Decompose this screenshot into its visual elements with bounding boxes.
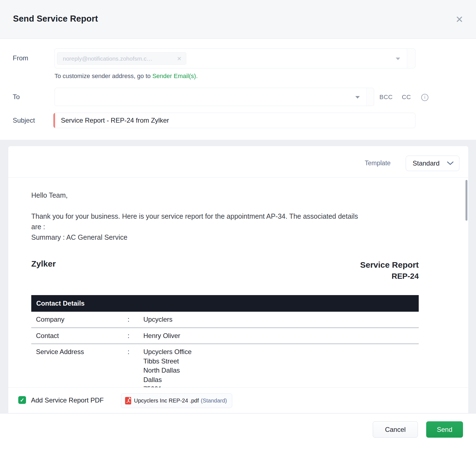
dialog-header: Send Service Report ✕ — [0, 0, 476, 39]
attachment-file-name: Upcyclers Inc REP-24 .pdf — [134, 398, 199, 404]
check-icon: ✓ — [20, 397, 24, 403]
table-row: Company:Upcyclers — [31, 312, 419, 328]
from-field[interactable]: noreply@notifications.zohofsm.c… ✕ — [55, 48, 415, 68]
summary-text: Summary : AC General Service — [31, 232, 419, 242]
helper-prefix: To customize sender address, go to — [55, 73, 152, 79]
report-heading: Zylker Service Report REP-24 — [31, 259, 419, 282]
close-icon[interactable]: ✕ — [453, 13, 465, 25]
from-dropdown-caret-icon[interactable] — [396, 58, 400, 60]
to-field-stub — [366, 88, 374, 106]
template-select[interactable]: Standard — [406, 156, 459, 171]
from-address-chip: noreply@notifications.zohofsm.c… ✕ — [57, 52, 186, 65]
row-value: Upcyclers OfficeTibbs StreetNorth Dallas… — [143, 347, 419, 387]
attachment-row: ✓ Add Service Report PDF Upcyclers Inc R… — [8, 387, 468, 413]
email-body-content: Hello Team, Thank you for your business.… — [8, 178, 419, 387]
dialog-backdrop: Template Standard Hello Team, Thank you … — [0, 140, 476, 413]
email-preview-card: Template Standard Hello Team, Thank you … — [8, 146, 468, 413]
subject-input[interactable] — [60, 114, 409, 127]
bcc-button[interactable]: BCC — [379, 94, 393, 101]
cancel-button[interactable]: Cancel — [373, 421, 418, 438]
to-field[interactable] — [55, 88, 374, 106]
company-name: Zylker — [31, 259, 56, 269]
to-dropdown-caret-icon[interactable] — [355, 96, 360, 99]
row-separator: : — [128, 331, 143, 340]
pdf-icon — [125, 397, 131, 404]
row-label: Contact — [31, 331, 128, 340]
row-value: Upcyclers — [143, 315, 419, 324]
clear-chip-icon[interactable]: ✕ — [177, 55, 182, 62]
attachment-file-tag: (Standard) — [201, 398, 227, 404]
contact-table-rows: Company:UpcyclersContact:Henry OliverSer… — [31, 312, 419, 387]
info-icon[interactable]: i — [421, 94, 428, 101]
paragraph-line: Thank you for your business. Here is you… — [31, 211, 419, 221]
row-value: Henry Oliver — [143, 331, 419, 340]
from-address-value: noreply@notifications.zohofsm.c… — [63, 55, 174, 62]
row-separator: : — [128, 315, 143, 324]
send-button[interactable]: Send — [426, 421, 463, 438]
add-pdf-label: Add Service Report PDF — [31, 396, 104, 404]
subject-required-accent — [53, 113, 55, 128]
table-header: Contact Details — [31, 295, 419, 312]
row-value-line: 75001 — [143, 384, 419, 387]
from-label: From — [13, 54, 28, 62]
chevron-down-icon — [447, 161, 454, 165]
send-service-report-dialog: Send Service Report ✕ From noreply@notif… — [0, 0, 476, 449]
template-label: Template — [365, 159, 390, 167]
add-pdf-checkbox[interactable]: ✓ — [18, 396, 26, 404]
table-row: Service Address:Upcyclers OfficeTibbs St… — [31, 344, 419, 387]
to-input[interactable] — [59, 90, 349, 104]
row-value-line: North Dallas — [143, 366, 419, 375]
attachment-chip[interactable]: Upcyclers Inc REP-24 .pdf (Standard) — [121, 393, 232, 408]
greeting-text: Hello Team, — [31, 190, 419, 200]
row-label: Service Address — [31, 347, 128, 387]
row-value-line: Upcyclers Office — [143, 347, 419, 357]
contact-details-table: Contact Details Company:UpcyclersContact… — [31, 295, 419, 387]
row-value-line: Dallas — [143, 375, 419, 385]
to-label: To — [13, 93, 20, 101]
subject-label: Subject — [13, 117, 35, 124]
report-number: REP-24 — [360, 270, 419, 282]
dialog-footer: Cancel Send — [0, 413, 476, 449]
cc-button[interactable]: CC — [402, 94, 411, 101]
row-value-line: Henry Oliver — [143, 331, 419, 340]
sender-emails-link[interactable]: Sender Email(s). — [152, 73, 198, 79]
row-label: Company — [31, 315, 128, 324]
template-selected-value: Standard — [413, 159, 447, 167]
paragraph-line: are : — [31, 221, 419, 232]
report-title: Service Report — [360, 259, 419, 270]
from-field-stub — [407, 49, 415, 68]
dialog-title: Send Service Report — [13, 14, 98, 24]
row-value-line: Upcyclers — [143, 315, 419, 324]
row-separator: : — [128, 347, 143, 387]
table-row: Contact:Henry Oliver — [31, 328, 419, 344]
subject-field[interactable] — [53, 113, 415, 128]
template-bar: Template Standard — [8, 146, 468, 178]
row-value-line: Tibbs Street — [143, 357, 419, 366]
email-body-viewport[interactable]: Hello Team, Thank you for your business.… — [8, 178, 468, 387]
sender-helper-text: To customize sender address, go to Sende… — [55, 73, 198, 80]
vertical-scrollbar-thumb[interactable] — [465, 180, 467, 221]
